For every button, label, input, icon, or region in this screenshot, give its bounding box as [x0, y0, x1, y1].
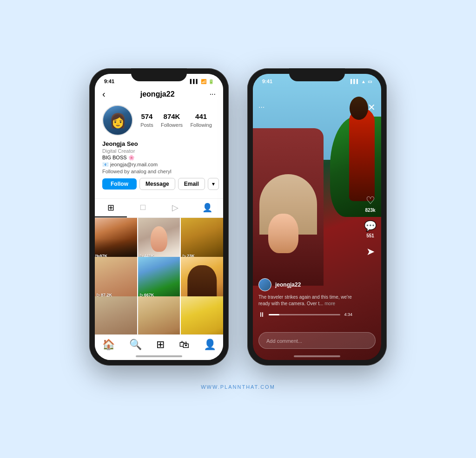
progress-track[interactable]	[269, 314, 340, 315]
profile-stats-row: 👩 574 Posts 874K Followers	[102, 105, 216, 136]
video-controls-overlay: 9:41 ▌▌▌ ▲ ▭ ··· ✕	[253, 74, 381, 360]
profile-username-title: jeongja22	[140, 90, 175, 98]
follow-button[interactable]: Follow	[102, 178, 137, 190]
status-icons-right: ▌▌▌ ▲ ▭	[350, 79, 372, 84]
nav-home[interactable]: 🏠	[102, 339, 115, 351]
signal-icon-right: ▌▌▌	[350, 79, 359, 84]
grid-item-6[interactable]	[181, 257, 223, 299]
profile-header: ‹ jeongja22 ··· 👩 574	[95, 87, 223, 198]
profile-nav: ‹ jeongja22 ···	[102, 89, 216, 99]
status-icons-left: ▌▌▌ 📶 🔋	[190, 79, 214, 84]
grid-item-8[interactable]	[138, 296, 180, 334]
play-pause-button[interactable]: ⏸	[258, 311, 265, 318]
tab-grid[interactable]: ⊞	[95, 199, 127, 217]
right-phone: 9:41 ▌▌▌ ▲ ▭ ··· ✕	[247, 68, 387, 366]
share-action[interactable]: ➤	[366, 246, 375, 258]
followers-count: 874K	[161, 112, 183, 120]
like-action[interactable]: ♡ 823k	[365, 195, 375, 213]
wifi-icon-left: 📶	[201, 79, 206, 84]
more-options-button[interactable]: ···	[210, 90, 216, 98]
grid-item-2[interactable]: ▷ 441K	[138, 218, 180, 260]
profile-display-name: Jeongja Seo	[102, 140, 216, 147]
video-bottom-info: jeongja22 The traveler strikes again and…	[253, 278, 358, 318]
grid-item-1[interactable]: ▷ ▷ 97K	[95, 218, 137, 260]
video-avatar[interactable]	[258, 278, 271, 291]
stat-following[interactable]: 441 Following	[190, 112, 212, 129]
content-tabs: ⊞ □ ▷ 👤	[95, 198, 223, 218]
notch-left	[131, 68, 187, 81]
notch-right	[289, 68, 345, 81]
like-count: 823k	[365, 208, 375, 213]
comment-icon: 💬	[364, 220, 377, 232]
right-screen: 9:41 ▌▌▌ ▲ ▭ ··· ✕	[253, 74, 381, 360]
left-phone: 9:41 ▌▌▌ 📶 🔋 ‹ jeongja22 ···	[89, 68, 229, 366]
profile-bio-email: 📧 jeongja@ry.mail.com	[102, 162, 216, 168]
video-username[interactable]: jeongja22	[275, 281, 301, 288]
posts-label: Posts	[140, 122, 153, 128]
video-more-button[interactable]: ···	[258, 103, 264, 111]
video-duration: 4:34	[344, 312, 352, 317]
heart-icon: ♡	[366, 195, 375, 207]
signal-icon-left: ▌▌▌	[190, 79, 199, 84]
comment-count: 551	[366, 233, 374, 238]
comment-input-bar[interactable]: Add comment...	[258, 332, 376, 349]
grid-item-3[interactable]: ▷ 23K	[181, 218, 223, 260]
profile-bio-title: Digital Creator	[102, 148, 216, 154]
grid-item-5[interactable]: ▷ 667K	[138, 257, 180, 299]
comment-placeholder: Add comment...	[266, 338, 302, 344]
stat-followers[interactable]: 874K Followers	[161, 112, 183, 129]
followers-label: Followers	[161, 122, 183, 128]
following-count: 441	[190, 112, 212, 120]
nav-profile[interactable]: 👤	[204, 339, 216, 351]
tab-tagged[interactable]: 👤	[191, 199, 223, 217]
following-label: Following	[190, 122, 212, 128]
nav-reels[interactable]: ⊞	[156, 339, 165, 351]
wifi-icon-right: ▲	[361, 79, 366, 84]
nav-shop[interactable]: 🛍	[179, 339, 189, 351]
grid-item-4[interactable]: ▷ 87.2K	[95, 257, 137, 299]
posts-count: 574	[140, 112, 153, 120]
message-button[interactable]: Message	[139, 178, 175, 190]
time-right: 9:41	[262, 79, 272, 84]
battery-icon-left: 🔋	[208, 79, 214, 84]
tab-igtv[interactable]: □	[127, 199, 159, 217]
avatar[interactable]: 👩	[102, 105, 133, 136]
dropdown-button[interactable]: ▾	[208, 178, 219, 190]
comment-action[interactable]: 💬 551	[364, 220, 377, 238]
nav-search[interactable]: 🔍	[129, 339, 142, 351]
photo-grid: ▷ ▷ 97K ▷ 441K	[95, 218, 223, 334]
more-text[interactable]: more	[324, 301, 335, 306]
grid-item-7[interactable]	[95, 296, 137, 334]
video-top-bar: ··· ✕	[253, 87, 381, 117]
home-indicator-left	[136, 355, 182, 357]
email-button[interactable]: Email	[178, 178, 205, 190]
video-right-actions: ♡ 823k 💬 551 ➤	[364, 195, 377, 258]
video-user-row: jeongja22	[258, 278, 352, 291]
back-button[interactable]: ‹	[102, 89, 106, 99]
watermark: WWW.PLANNTHAT.COM	[201, 384, 275, 390]
stat-posts[interactable]: 574 Posts	[140, 112, 153, 129]
tab-reels[interactable]: ▷	[159, 199, 191, 217]
time-left: 9:41	[104, 79, 114, 84]
profile-bio-line1: BIG BOSS 🌸	[102, 155, 216, 161]
video-caption: The traveler strikes again and this time…	[258, 294, 352, 307]
profile-followed-by: Followed by analog and cheryl	[102, 169, 216, 174]
left-screen: 9:41 ▌▌▌ 📶 🔋 ‹ jeongja22 ···	[95, 74, 223, 360]
share-icon: ➤	[366, 246, 375, 258]
action-buttons: Follow Message Email ▾	[102, 178, 216, 190]
stats-group: 574 Posts 874K Followers 441 Following	[137, 112, 216, 129]
progress-fill	[269, 314, 279, 315]
battery-icon-right: ▭	[368, 79, 372, 84]
video-close-button[interactable]: ✕	[368, 102, 376, 113]
avatar-image: 👩	[103, 106, 132, 135]
grid-item-9[interactable]	[181, 296, 223, 334]
video-progress-bar: ⏸ 4:34	[258, 311, 352, 318]
